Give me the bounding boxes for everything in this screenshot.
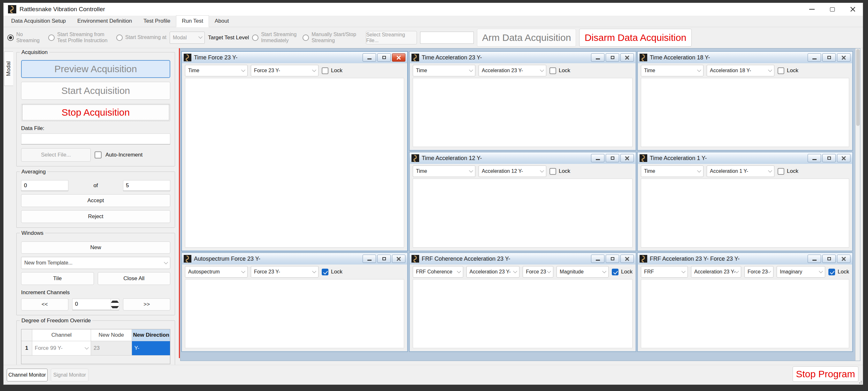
lock-checkbox[interactable] [778,67,784,74]
increment-channels-button[interactable]: >> [123,298,170,310]
close-button[interactable] [837,154,850,162]
col-header-channel[interactable]: Channel [32,329,91,341]
close-all-button[interactable]: Close All [98,272,170,285]
channel-cell[interactable]: Force 99 Y- [32,341,91,355]
restore-button[interactable] [822,53,836,62]
close-button[interactable] [392,254,405,263]
auto-increment-checkbox[interactable] [95,151,101,158]
select-streaming-file-button[interactable]: Select Streaming File... [366,31,417,44]
minimize-button[interactable] [802,3,822,16]
plot-combo-1[interactable]: Acceleration 23 Y- [691,266,741,278]
restore-button[interactable] [822,154,836,162]
plot-combo-0[interactable]: FRF [641,266,688,278]
restore-button[interactable] [377,53,391,62]
restore-button[interactable] [377,254,391,263]
target-level-combo[interactable]: Modal [169,32,205,44]
new-from-template-combo[interactable]: New from Template... [21,257,170,269]
stop-acquisition-button[interactable]: Stop Acquisition [21,103,170,121]
reject-button[interactable]: Reject [21,210,170,223]
close-button[interactable] [837,53,850,62]
plot-combo-1[interactable]: Acceleration 23 Y- [478,65,546,77]
col-header-new-node[interactable]: New Node [91,329,132,341]
plot-combo-0[interactable]: Time [413,65,475,77]
decrement-channels-button[interactable]: << [21,298,68,310]
plot-window-titlebar[interactable]: Time Acceleration 1 Y- [638,152,852,164]
plot-combo-1[interactable]: Acceleration 1 Y- [707,166,774,177]
stop-program-button[interactable]: Stop Program [793,366,859,382]
new-node-cell[interactable]: 23 [91,341,132,355]
disarm-data-acquisition-button[interactable]: Disarm Data Acquisition [579,29,692,47]
averages-current-input[interactable] [21,180,68,191]
mdi-vertical-scrollbar[interactable] [855,49,860,361]
channel-monitor-button[interactable]: Channel Monitor [7,369,48,382]
restore-button[interactable] [606,154,619,162]
radio-start-streaming-at[interactable]: Start Streaming at [116,34,166,41]
plot-combo-1[interactable]: Acceleration 23 Y- [466,266,520,278]
spinner-up-button[interactable] [111,299,119,304]
close-button[interactable] [620,254,634,263]
select-file-button[interactable]: Select File... [21,148,91,162]
minimize-button[interactable] [808,53,821,62]
arm-data-acquisition-button[interactable]: Arm Data Acquisition [477,29,576,47]
maximize-button[interactable] [822,3,842,16]
minimize-button[interactable] [591,254,604,263]
radio-manually-start-stop[interactable]: Manually Start/Stop Streaming [303,32,363,43]
minimize-button[interactable] [363,254,376,263]
streaming-file-input[interactable] [420,32,474,44]
plot-combo-1[interactable]: Force 23 Y- [251,266,318,278]
restore-button[interactable] [606,254,619,263]
plot-window-titlebar[interactable]: Time Acceleration 23 Y- [409,52,636,63]
plot-combo-3[interactable]: Imaginary [777,266,825,278]
plot-combo-0[interactable]: Time [185,65,248,77]
data-file-input[interactable] [21,133,170,144]
averages-total-input[interactable] [123,180,170,191]
modal-vertical-tab[interactable]: Modal [4,52,13,86]
plot-combo-0[interactable]: FRF Coherence [413,266,463,278]
plot-combo-3[interactable]: Magnitude [557,266,609,278]
preview-acquisition-button[interactable]: Preview Acquisition [21,60,170,78]
plot-combo-1[interactable]: Force 23 Y- [251,65,318,77]
plot-window-titlebar[interactable]: Time Acceleration 12 Y- [409,152,636,164]
plot-window-titlebar[interactable]: Time Force 23 Y- [182,52,407,63]
plot-combo-2[interactable]: Force 23 [523,266,553,278]
lock-checkbox[interactable] [550,67,556,74]
minimize-button[interactable] [591,53,604,62]
close-button[interactable] [837,254,850,263]
lock-checkbox[interactable] [550,168,556,175]
plot-window-titlebar[interactable]: FRF Acceleration 23 Y- Force 23 Y- [638,253,852,265]
plot-combo-2[interactable]: Force 23 [744,266,773,278]
scrollbar-thumb[interactable] [856,49,860,126]
spinner-down-button[interactable] [111,304,119,310]
tab-about[interactable]: About [209,15,235,27]
tab-run-test[interactable]: Run Test [176,15,209,27]
lock-checkbox[interactable] [322,67,329,74]
plot-combo-0[interactable]: Autospectrum [185,266,248,278]
tab-test-profile[interactable]: Test Profile [138,15,176,27]
minimize-button[interactable] [591,154,604,162]
lock-checkbox[interactable] [612,269,619,275]
plot-combo-0[interactable]: Time [413,166,475,177]
plot-combo-1[interactable]: Acceleration 18 Y- [707,65,774,77]
radio-no-streaming[interactable]: No Streaming [7,32,45,43]
plot-combo-0[interactable]: Time [641,65,704,77]
lock-checkbox[interactable] [322,269,329,275]
close-button[interactable] [392,53,405,62]
close-button[interactable] [620,53,634,62]
lock-checkbox[interactable] [778,168,784,175]
new-direction-cell[interactable]: Y- [132,341,170,355]
restore-button[interactable] [822,254,836,263]
radio-start-streaming-immediately[interactable]: Start Streaming Immediately [252,32,299,43]
minimize-button[interactable] [808,254,821,263]
close-button[interactable] [842,3,863,16]
plot-window-titlebar[interactable]: Time Acceleration 18 Y- [638,52,852,63]
tile-button[interactable]: Tile [21,272,94,285]
col-header-new-direction[interactable]: New Direction [132,329,170,341]
plot-combo-1[interactable]: Acceleration 12 Y- [478,166,546,177]
signal-monitor-button[interactable]: Signal Monitor [51,369,89,382]
minimize-button[interactable] [363,53,376,62]
plot-window-titlebar[interactable]: Autospectrum Force 23 Y- [182,253,407,265]
plot-combo-0[interactable]: Time [641,166,704,177]
tab-environment-definition[interactable]: Environment Definition [71,15,138,27]
minimize-button[interactable] [808,154,821,162]
restore-button[interactable] [606,53,619,62]
